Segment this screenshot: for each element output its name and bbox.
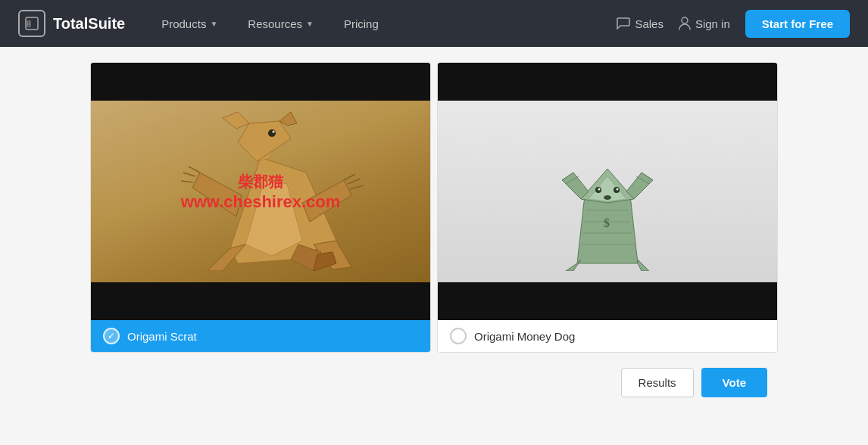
svg-line-13 [189, 166, 200, 173]
svg-line-10 [344, 174, 355, 180]
poll-card-scrat[interactable]: 柴郡猫 www.cheshirex.com ✓ Origami Scrat [90, 62, 431, 353]
poll-row: 柴郡猫 www.cheshirex.com ✓ Origami Scrat [17, 62, 851, 353]
svg-line-15 [181, 181, 193, 182]
svg-rect-1 [27, 21, 30, 23]
sales-link[interactable]: Sales [617, 17, 663, 30]
vote-button[interactable]: Vote [701, 368, 767, 397]
chat-icon [617, 17, 630, 30]
brand-icon [18, 10, 45, 37]
nav-pricing[interactable]: Pricing [332, 11, 391, 36]
brand-name: TotalSuite [53, 15, 125, 33]
start-free-button[interactable]: Start for Free [745, 10, 850, 38]
svg-marker-18 [223, 112, 249, 129]
results-button[interactable]: Results [621, 368, 694, 397]
dog-image: $ [438, 101, 777, 282]
svg-point-19 [268, 129, 276, 137]
card-label-scrat[interactable]: ✓ Origami Scrat [91, 320, 430, 352]
card-bottom-bar-scrat [91, 282, 430, 320]
svg-marker-36 [562, 173, 589, 199]
dog-svg: $ [532, 112, 683, 271]
scrat-image: 柴郡猫 www.cheshirex.com [91, 101, 430, 282]
card-image-scrat: 柴郡猫 www.cheshirex.com [91, 101, 430, 282]
svg-text:$: $ [604, 216, 610, 229]
nav-links: Products ▼ Resources ▼ Pricing [149, 11, 617, 36]
svg-marker-9 [192, 173, 242, 216]
nav-resources[interactable]: Resources ▼ [236, 11, 326, 36]
svg-point-33 [598, 188, 601, 191]
signin-link[interactable]: Sign in [679, 17, 730, 30]
svg-rect-2 [27, 24, 30, 26]
nav-right: Sales Sign in Start for Free [617, 10, 850, 38]
svg-line-14 [183, 173, 195, 176]
svg-marker-24 [577, 195, 638, 263]
svg-line-12 [350, 185, 364, 189]
svg-marker-37 [626, 173, 653, 199]
nav-products[interactable]: Products ▼ [149, 11, 229, 36]
brand-logo[interactable]: TotalSuite [18, 10, 125, 37]
svg-marker-43 [638, 260, 649, 271]
poll-card-dog[interactable]: $ Origami Money Dog [437, 62, 778, 353]
scrat-svg [139, 112, 382, 271]
card-bottom-bar-dog [438, 282, 777, 320]
products-arrow-icon: ▼ [210, 20, 217, 28]
radio-check-scrat: ✓ [103, 328, 120, 344]
radio-circle-dog [450, 328, 467, 344]
card-top-bar-scrat [91, 63, 430, 101]
btn-row: Results Vote [86, 353, 782, 397]
svg-point-3 [682, 17, 688, 23]
svg-point-20 [273, 131, 275, 133]
resources-arrow-icon: ▼ [306, 20, 314, 28]
svg-marker-17 [238, 121, 291, 161]
navbar: TotalSuite Products ▼ Resources ▼ Pricin… [0, 0, 868, 47]
card-image-dog: $ [438, 101, 777, 282]
svg-point-34 [617, 188, 619, 191]
user-icon [679, 17, 691, 30]
svg-point-35 [604, 195, 611, 200]
main-content: 柴郡猫 www.cheshirex.com ✓ Origami Scrat [17, 47, 851, 428]
svg-marker-21 [279, 112, 297, 126]
card-top-bar-dog [438, 63, 777, 101]
svg-line-11 [348, 179, 361, 184]
card-label-dog[interactable]: Origami Money Dog [438, 320, 777, 352]
